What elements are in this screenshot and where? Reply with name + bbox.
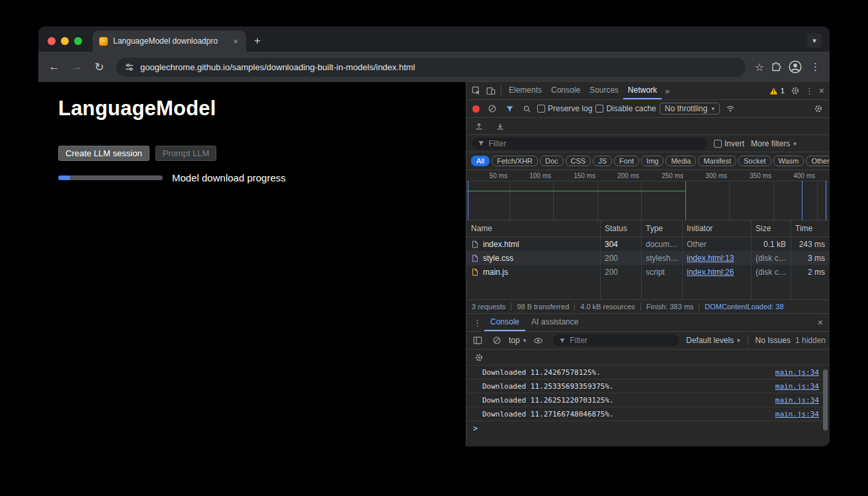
eye-icon[interactable] <box>531 336 546 346</box>
window-maximize-button[interactable] <box>74 37 82 45</box>
console-message-row[interactable]: Downloaded 11.27166748046875%. main.js:3… <box>466 407 830 421</box>
network-settings-gear-icon[interactable] <box>811 104 826 113</box>
issues-badge[interactable]: 1 <box>766 87 788 95</box>
console-filter-input[interactable] <box>570 336 673 345</box>
reload-button[interactable]: ↻ <box>91 60 107 74</box>
filter-chip-font[interactable]: Font <box>614 156 639 166</box>
network-request-row[interactable]: main.js 200 script index.html:26 (disk c… <box>466 265 830 279</box>
col-name[interactable]: Name <box>466 224 600 233</box>
record-network-log-button[interactable] <box>472 105 480 113</box>
browser-menu-icon[interactable]: ⋮ <box>809 61 822 73</box>
network-conditions-icon[interactable] <box>723 104 738 113</box>
finish-time: Finish: 383 ms <box>646 303 694 311</box>
col-size[interactable]: Size <box>751 224 791 233</box>
console-sidebar-icon[interactable] <box>470 336 485 345</box>
filter-toggle-icon[interactable] <box>503 105 517 113</box>
console-message-row[interactable]: Downloaded 11.26251220703125%. main.js:3… <box>466 393 830 407</box>
log-levels-dropdown[interactable]: Default levels ▾ <box>686 336 740 345</box>
initiator-link[interactable]: index.html:13 <box>687 254 734 263</box>
bookmark-star-icon[interactable]: ☆ <box>755 61 764 74</box>
console-context-selector[interactable]: top ▾ <box>509 336 526 345</box>
tab-search-chevron-icon[interactable]: ▾ <box>807 33 822 48</box>
drawer-tab-ai-assistance[interactable]: AI assistance <box>525 314 584 331</box>
console-filter-input-wrap[interactable] <box>553 334 679 346</box>
disable-cache-box[interactable] <box>595 105 603 113</box>
extensions-icon[interactable] <box>771 62 781 72</box>
console-message-row[interactable]: Downloaded 11.25335693359375%. main.js:3… <box>466 379 830 393</box>
browser-tab[interactable]: LanguageModel downloadpro × <box>93 30 246 52</box>
filter-chip-manifest[interactable]: Manifest <box>698 156 736 166</box>
tab-console[interactable]: Console <box>546 82 585 99</box>
filter-chip-js[interactable]: JS <box>593 156 612 166</box>
filter-chip-css[interactable]: CSS <box>566 156 591 166</box>
window-minimize-button[interactable] <box>61 37 69 45</box>
timeline-tick: 50 ms <box>490 172 507 179</box>
console-message-row[interactable]: Downloaded 11.24267578125%. main.js:34 <box>466 366 830 379</box>
filter-chip-fetch-xhr[interactable]: Fetch/XHR <box>492 156 538 166</box>
hidden-count-label[interactable]: 1 hidden <box>795 336 826 345</box>
dcl-marker-horizontal <box>466 191 685 191</box>
preserve-log-checkbox[interactable]: Preserve log <box>537 104 592 113</box>
preserve-log-box[interactable] <box>537 105 545 113</box>
search-network-icon[interactable] <box>520 105 534 113</box>
filter-chip-img[interactable]: Img <box>641 156 664 166</box>
filter-chip-other[interactable]: Other <box>806 156 830 166</box>
more-filters-dropdown[interactable]: More filters ▾ <box>751 139 797 148</box>
devtools-close-icon[interactable]: × <box>816 85 827 96</box>
no-issues-label[interactable]: No Issues <box>756 336 791 345</box>
window-close-button[interactable] <box>48 37 56 45</box>
network-overview-timeline[interactable]: 50 ms 100 ms 150 ms 200 ms 250 ms 300 ms… <box>466 170 830 221</box>
col-type[interactable]: Type <box>641 224 682 233</box>
col-status[interactable]: Status <box>600 224 641 233</box>
console-source-link[interactable]: main.js:34 <box>775 410 819 419</box>
console-source-link[interactable]: main.js:34 <box>775 368 819 377</box>
table-body: index.html 304 docum… Other 0.1 kB 243 m… <box>466 237 830 299</box>
col-time[interactable]: Time <box>791 224 830 233</box>
filter-chip-wasm[interactable]: Wasm <box>773 156 804 166</box>
network-filter-input-wrap[interactable] <box>472 138 707 150</box>
site-settings-icon[interactable] <box>124 62 134 72</box>
address-bar[interactable]: googlechrome.github.io/samples/downloadi… <box>116 58 746 77</box>
tab-network[interactable]: Network <box>623 82 662 99</box>
devtools-menu-icon[interactable]: ⋮ <box>803 86 816 96</box>
devtools-settings-gear-icon[interactable] <box>788 86 803 95</box>
invert-checkbox[interactable]: Invert <box>714 139 744 148</box>
drawer-close-icon[interactable]: × <box>815 317 826 328</box>
filter-chip-socket[interactable]: Socket <box>738 156 771 166</box>
clear-network-log-icon[interactable] <box>485 104 499 113</box>
more-tabs-icon[interactable]: » <box>662 86 673 96</box>
new-tab-button[interactable]: + <box>246 34 269 52</box>
create-llm-session-button[interactable]: Create LLM session <box>58 146 150 161</box>
url-text[interactable]: googlechrome.github.io/samples/downloadi… <box>140 62 415 72</box>
col-initiator[interactable]: Initiator <box>682 224 751 233</box>
filter-chip-all[interactable]: All <box>471 156 490 166</box>
profile-avatar[interactable] <box>788 60 803 74</box>
tab-sources[interactable]: Sources <box>585 82 623 99</box>
drawer-menu-icon[interactable]: ⋮ <box>470 318 484 328</box>
device-toolbar-icon[interactable] <box>484 86 498 95</box>
back-button[interactable]: ← <box>46 60 62 74</box>
network-filter-input[interactable] <box>488 139 701 148</box>
throttling-select[interactable]: No throttling ▾ <box>660 103 720 115</box>
console-settings-gear-icon[interactable] <box>472 353 486 362</box>
console-source-link[interactable]: main.js:34 <box>775 396 819 405</box>
tab-elements[interactable]: Elements <box>504 82 546 99</box>
tab-favicon-icon <box>99 37 108 46</box>
export-har-icon[interactable] <box>493 122 507 131</box>
web-page: LanguageModel Create LLM session Prompt … <box>38 82 466 446</box>
disable-cache-checkbox[interactable]: Disable cache <box>595 104 656 113</box>
network-request-row[interactable]: style.css 200 stylesh… index.html:13 (di… <box>466 251 830 265</box>
inspect-element-icon[interactable] <box>469 86 484 95</box>
network-request-row[interactable]: index.html 304 docum… Other 0.1 kB 243 m… <box>466 237 830 251</box>
console-prompt[interactable]: > <box>466 421 830 436</box>
filter-chip-doc[interactable]: Doc <box>540 156 564 166</box>
import-har-icon[interactable] <box>472 122 486 131</box>
console-source-link[interactable]: main.js:34 <box>775 382 819 391</box>
invert-box[interactable] <box>714 140 722 148</box>
console-scrollbar[interactable] <box>823 370 828 430</box>
drawer-tab-console[interactable]: Console <box>484 314 525 331</box>
initiator-link[interactable]: index.html:26 <box>687 268 734 277</box>
clear-console-icon[interactable] <box>490 336 504 345</box>
tab-close-icon[interactable]: × <box>232 36 239 47</box>
filter-chip-media[interactable]: Media <box>666 156 696 166</box>
